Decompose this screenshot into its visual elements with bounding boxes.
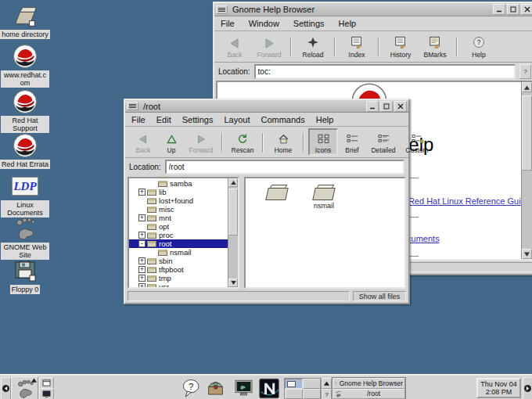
forward-button[interactable]: Forward [185, 128, 217, 156]
help-vertical-scrollbar[interactable] [521, 82, 532, 259]
detailed-view-button[interactable]: Detailed [366, 128, 401, 156]
location-input[interactable] [254, 64, 516, 79]
tree-item[interactable]: +tmp [129, 274, 228, 282]
index-button[interactable]: Index [340, 33, 374, 60]
tree-item[interactable]: nsmail [129, 248, 228, 257]
desktop-icon-redhat-errata[interactable]: Red Hat Errata [0, 133, 50, 169]
folder-icon [147, 224, 156, 230]
menu-edit[interactable]: Edit [156, 115, 171, 124]
scroll-down-arrow[interactable] [522, 249, 532, 259]
menu-layout[interactable]: Layout [224, 115, 250, 124]
tree-item[interactable]: +lib [129, 188, 228, 196]
menu-file[interactable]: File [131, 115, 146, 124]
up-button[interactable]: Up [158, 128, 185, 156]
mini-monitor-applet-button[interactable] [39, 388, 54, 399]
menu-help[interactable]: Help [339, 19, 357, 28]
file-icon-item[interactable]: nsmail [302, 183, 346, 210]
panel-hide-left-button[interactable] [1, 377, 11, 399]
pager-help-button[interactable]: ? [322, 389, 332, 399]
task-button-file-manager[interactable]: /root [332, 389, 405, 399]
maximize-button[interactable] [507, 4, 519, 15]
maximize-button[interactable] [380, 101, 393, 112]
expander-icon[interactable]: + [138, 232, 146, 239]
task-button-help-browser[interactable]: Gnome Help Browser [332, 378, 405, 389]
menu-settings[interactable]: Settings [182, 115, 214, 124]
desktop-icon-gnome-website[interactable]: GNOME Web Site [0, 216, 50, 260]
back-button[interactable]: Back [217, 33, 252, 60]
file-icon-item[interactable] [255, 183, 299, 210]
workspace-cell-4[interactable] [303, 389, 321, 399]
scroll-thumb[interactable] [522, 95, 532, 171]
expander-icon[interactable]: + [138, 257, 146, 264]
expander-icon[interactable]: + [138, 214, 146, 221]
home-button[interactable]: Home [268, 128, 299, 156]
close-button[interactable] [394, 101, 407, 112]
tree-item[interactable]: +sbin [129, 257, 228, 265]
tree-vertical-scrollbar[interactable] [228, 178, 238, 287]
tree-item[interactable]: +usr [129, 282, 228, 287]
expander-icon[interactable]: + [138, 283, 146, 287]
scroll-up-arrow[interactable] [228, 178, 238, 187]
scroll-thumb[interactable] [228, 189, 238, 235]
workspace-cell-2[interactable] [303, 379, 321, 389]
minimize-button[interactable] [366, 101, 379, 112]
desktop-icon-floppy[interactable]: Floppy 0 [0, 258, 50, 294]
window-menu-icon[interactable] [216, 5, 228, 14]
reload-button[interactable]: Reload [296, 33, 330, 60]
expander-icon[interactable]: + [138, 266, 146, 273]
desktop-icon-ldp[interactable]: LDP Linux Documents [0, 174, 50, 217]
bmarks-button[interactable]: BMarks [418, 33, 452, 60]
panel-hide-right-button[interactable] [523, 377, 532, 399]
help-launcher[interactable]: ? [181, 377, 203, 399]
forward-button[interactable]: Forward [252, 33, 286, 60]
custom-view-button[interactable]: Custom [401, 128, 433, 156]
expander-icon[interactable]: + [138, 189, 146, 196]
help-titlebar[interactable]: Gnome Help Browser [214, 3, 532, 16]
desktop-icon-redhat-support[interactable]: Red Hat Support [0, 89, 50, 133]
menu-window[interactable]: Window [249, 19, 279, 28]
tree-item[interactable]: samba [129, 179, 228, 188]
scroll-up-arrow[interactable] [522, 82, 532, 92]
menu-file[interactable]: File [221, 19, 235, 28]
desktop-icon-redhat-www[interactable]: www.redhat.com [0, 44, 50, 88]
back-button[interactable]: Back [128, 128, 158, 156]
tree-item[interactable]: +tftpboot [129, 265, 228, 274]
tree-item-selected[interactable]: -root [129, 239, 228, 248]
brief-view-button[interactable]: Brief [338, 128, 366, 156]
tree-item[interactable]: lost+found [129, 196, 228, 205]
main-menu-button[interactable] [11, 376, 38, 399]
location-dropdown-button[interactable]: ? [519, 64, 531, 79]
icons-view-button[interactable]: Icons [308, 128, 338, 156]
scroll-track[interactable] [522, 92, 532, 249]
workspace-cell-1[interactable] [285, 379, 303, 389]
menu-commands[interactable]: Commands [261, 115, 304, 124]
history-button[interactable]: History [383, 33, 418, 60]
scroll-track[interactable] [228, 187, 238, 279]
terminal-launcher[interactable] [232, 377, 254, 399]
rescan-button[interactable]: Rescan [227, 128, 258, 156]
expander-icon[interactable]: + [138, 275, 146, 282]
close-button[interactable] [521, 4, 532, 15]
tree-item[interactable]: +proc [129, 231, 228, 239]
workspace-cell-3[interactable] [285, 389, 303, 399]
menu-settings[interactable]: Settings [293, 19, 325, 28]
control-center-launcher[interactable] [204, 377, 226, 399]
desktop-icon-home[interactable]: home directory [0, 3, 50, 39]
help-button[interactable]: ? Help [462, 33, 496, 60]
mini-window-applet-button[interactable] [39, 377, 54, 389]
clock-applet[interactable]: Thu Nov 04 2:08 PM [476, 378, 521, 398]
netscape-launcher[interactable] [257, 377, 281, 399]
reference-guide-link[interactable]: Red Hat Linux Reference Guide [408, 196, 521, 206]
pager-up-button[interactable] [322, 378, 332, 389]
tree-item[interactable]: +mnt [129, 214, 228, 222]
location-input[interactable] [165, 160, 404, 174]
scroll-down-arrow[interactable] [228, 279, 238, 287]
fm-titlebar[interactable]: /root [125, 100, 408, 113]
tree-item[interactable]: misc [129, 205, 228, 214]
window-menu-icon[interactable] [127, 102, 138, 110]
menu-help[interactable]: Help [316, 115, 334, 124]
fm-files-panel[interactable]: nsmail [244, 177, 406, 289]
tree-item[interactable]: opt [129, 222, 228, 231]
minimize-button[interactable] [493, 4, 505, 15]
expander-icon[interactable]: - [138, 240, 146, 247]
